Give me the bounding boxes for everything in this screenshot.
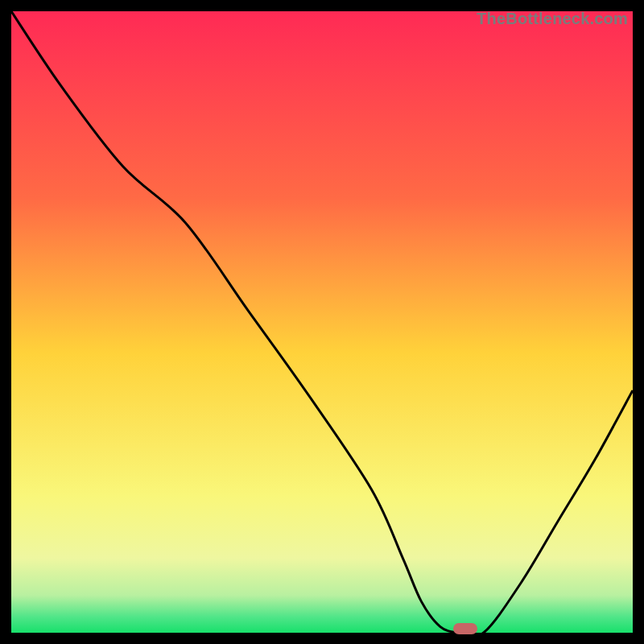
watermark-text: TheBottleneck.com bbox=[477, 10, 628, 28]
chart-frame: TheBottleneck.com bbox=[11, 11, 633, 633]
gradient-background bbox=[11, 11, 633, 633]
optimal-marker bbox=[453, 623, 477, 634]
bottleneck-chart bbox=[11, 11, 633, 633]
